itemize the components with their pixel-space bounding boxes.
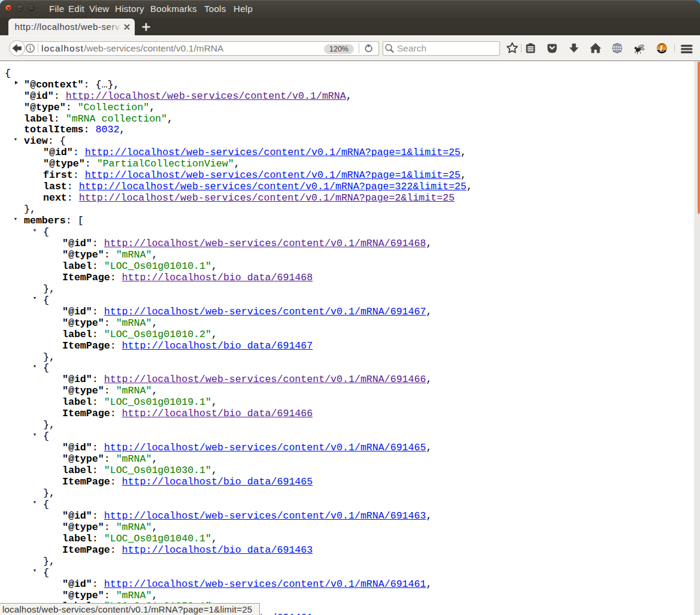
- svg-text:L: L: [659, 44, 665, 53]
